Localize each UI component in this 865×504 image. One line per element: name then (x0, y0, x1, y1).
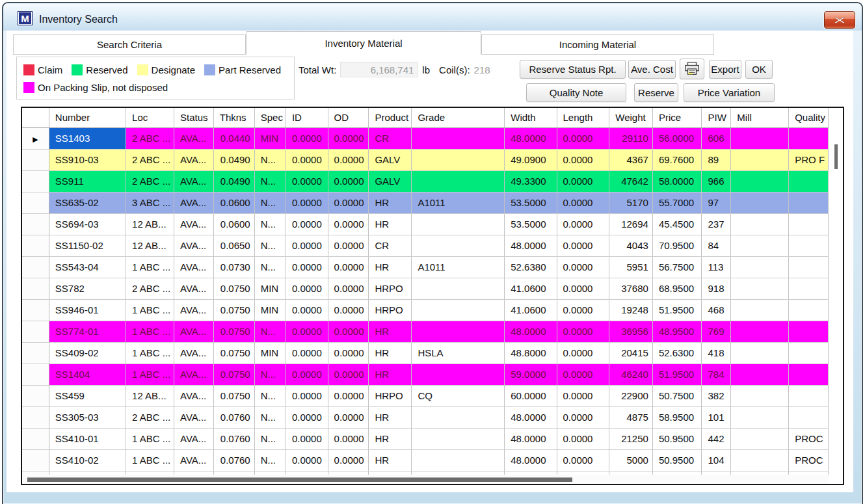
cell[interactable]: 0.0750 (213, 299, 254, 321)
cell[interactable]: 51.9500 (652, 364, 702, 385)
cell[interactable]: 0.0000 (286, 213, 328, 235)
cell[interactable]: 0.0000 (286, 299, 328, 321)
table-row[interactable]: SS946-011 ABC ...AVA...0.0750MIN0.00000.… (22, 299, 829, 321)
table-row[interactable]: SS305-032 ABC ...AVA...0.0760N...0.00000… (22, 406, 829, 428)
cell[interactable]: 2 ABC ... (126, 278, 174, 299)
cell[interactable]: 113 (702, 256, 731, 278)
cell[interactable]: 0.0000 (286, 342, 328, 364)
row-selector-cell[interactable] (22, 235, 49, 256)
cell[interactable]: 48.0000 (505, 449, 557, 471)
cell[interactable]: 19248 (609, 299, 653, 321)
titlebar[interactable] (3, 3, 862, 31)
cell[interactable]: 45.4500 (652, 213, 702, 235)
cell[interactable] (731, 385, 789, 406)
table-row[interactable]: SS410-011 ABC ...AVA...0.0760N...0.00000… (22, 428, 829, 449)
column-header[interactable]: Quality (789, 108, 829, 127)
cell[interactable]: 0.0000 (286, 278, 328, 299)
cell[interactable]: 784 (702, 364, 731, 385)
cell[interactable] (789, 299, 829, 321)
cell[interactable]: HR (369, 256, 412, 278)
cell[interactable]: 4367 (609, 149, 653, 170)
cell[interactable]: 2 ABC ... (126, 127, 174, 149)
cell[interactable]: 68.9500 (652, 278, 702, 299)
cell[interactable]: 0.0000 (557, 321, 609, 342)
cell[interactable]: 0.0750 (213, 321, 254, 342)
cell[interactable]: 0.0600 (213, 192, 254, 213)
cell[interactable]: 1 ABC ... (126, 342, 174, 364)
cell[interactable]: 4875 (609, 406, 653, 428)
cell[interactable] (731, 406, 789, 428)
cell[interactable]: 0.0000 (286, 406, 328, 428)
cell[interactable]: HSLA (412, 342, 505, 364)
cell[interactable]: 0.0440 (213, 127, 254, 149)
table-row[interactable]: SS409-021 ABC ...AVA...0.0750MIN0.00000.… (22, 342, 829, 364)
cell[interactable]: 0.0750 (213, 342, 254, 364)
cell[interactable]: 53.5000 (505, 192, 557, 213)
table-row[interactable]: SS7822 ABC ...AVA...0.0750MIN0.00000.000… (22, 278, 829, 299)
cell[interactable]: HR (369, 449, 412, 471)
cell[interactable]: 21250 (609, 428, 653, 449)
cell[interactable]: 0.0750 (213, 278, 254, 299)
cell[interactable]: 0.0000 (286, 385, 328, 406)
cell[interactable]: 769 (702, 321, 731, 342)
tab-search-criteria[interactable]: Search Criteria (13, 34, 246, 55)
cell[interactable]: 47642 (609, 170, 653, 192)
cell[interactable]: 101 (702, 406, 731, 428)
cell[interactable]: 53.5000 (505, 213, 557, 235)
column-header[interactable]: Mill (731, 108, 789, 127)
cell[interactable]: 2 ABC ... (126, 149, 174, 170)
cell[interactable] (789, 213, 829, 235)
cell[interactable]: 0.0000 (557, 256, 609, 278)
cell[interactable]: SS694-03 (49, 213, 126, 235)
cell[interactable]: MIN (254, 278, 286, 299)
cell[interactable] (412, 321, 505, 342)
row-selector-cell[interactable] (22, 299, 49, 321)
cell[interactable] (789, 192, 829, 213)
table-row[interactable]: SS14041 ABC ...AVA...0.0750N...0.00000.0… (22, 364, 829, 385)
cell[interactable] (412, 127, 505, 149)
cell[interactable]: 0.0000 (286, 192, 328, 213)
cell[interactable]: 51.9500 (652, 299, 702, 321)
cell[interactable]: 48.0000 (505, 235, 557, 256)
cell[interactable] (412, 235, 505, 256)
cell[interactable]: 0.0000 (557, 149, 609, 170)
cell[interactable]: GALV (369, 170, 412, 192)
column-header[interactable]: Thkns (213, 108, 254, 127)
cell[interactable]: 3 ABC ... (126, 192, 174, 213)
table-row[interactable]: ▶SS14032 ABC ...AVA...0.0440MIN0.00000.0… (22, 127, 829, 149)
cell[interactable]: 37680 (609, 278, 653, 299)
cell[interactable]: SS782 (49, 278, 126, 299)
cell[interactable]: 0.0760 (213, 449, 254, 471)
cell[interactable]: 0.0000 (557, 406, 609, 428)
cell[interactable]: N... (254, 406, 286, 428)
cell[interactable]: AVA... (174, 170, 214, 192)
horizontal-scrollbar-thumb[interactable] (27, 477, 572, 482)
cell[interactable]: PROC (789, 449, 829, 471)
cell[interactable]: AVA... (174, 127, 214, 149)
close-button[interactable] (824, 11, 855, 29)
column-header[interactable]: Status (174, 108, 214, 127)
cell[interactable]: 442 (702, 428, 731, 449)
cell[interactable]: CQ (412, 385, 505, 406)
reserve-button[interactable]: Reserve (634, 83, 678, 102)
cell[interactable]: HR (369, 406, 412, 428)
cell[interactable] (731, 213, 789, 235)
cell[interactable]: 0.0000 (328, 127, 369, 149)
cell[interactable]: 55.7000 (652, 192, 702, 213)
cell[interactable] (731, 449, 789, 471)
cell[interactable]: 0.0000 (557, 192, 609, 213)
cell[interactable]: N... (254, 385, 286, 406)
cell[interactable] (789, 321, 829, 342)
cell[interactable] (412, 428, 505, 449)
column-header[interactable]: OD (328, 108, 369, 127)
cell[interactable]: 69.7600 (652, 149, 702, 170)
table-row[interactable]: SS543-041 ABC ...AVA...0.0730N...0.00000… (22, 256, 829, 278)
cell[interactable]: 0.0000 (328, 406, 369, 428)
tab-incoming-material[interactable]: Incoming Material (481, 34, 714, 55)
cell[interactable]: 0.0000 (328, 170, 369, 192)
table-row[interactable]: SS635-023 ABC ...AVA...0.0600N...0.00000… (22, 192, 829, 213)
cell[interactable]: 1 ABC ... (126, 321, 174, 342)
cell[interactable]: SS410-02 (49, 449, 126, 471)
cell[interactable]: 48.9500 (652, 321, 702, 342)
table-row[interactable]: SS410-021 ABC ...AVA...0.0760N...0.00000… (22, 449, 829, 471)
